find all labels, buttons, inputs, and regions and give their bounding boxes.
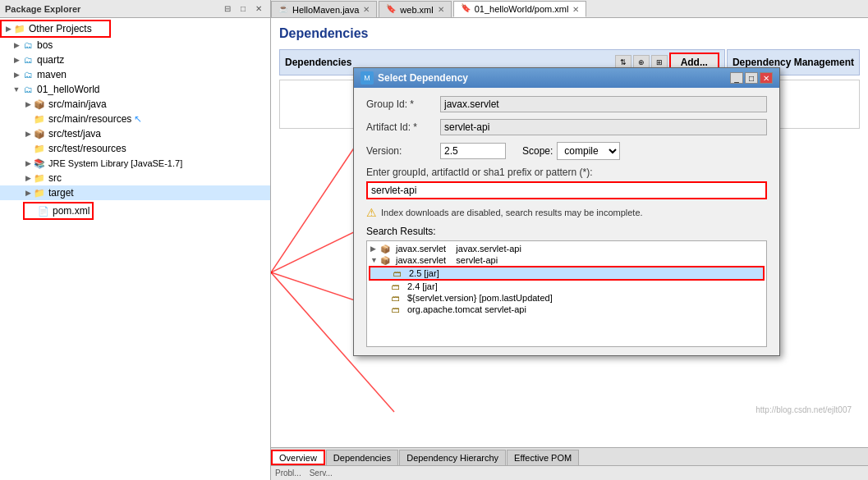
- result-icon-2: 📦: [380, 255, 393, 265]
- tree-label-bos: bos: [37, 39, 53, 51]
- target-icon: 📁: [33, 186, 46, 199]
- status-problems: Probl...: [275, 469, 301, 478]
- tree-arrow-maven: ▶: [11, 70, 21, 80]
- tree-container: ▶ 📁 Other Projects ▶ 🗂 bos ▶ 🗂 quartz ▶ …: [0, 18, 270, 480]
- panel-title: Package Explorer: [5, 4, 80, 14]
- xml-tab-icon-web: 🔖: [386, 4, 397, 16]
- tree-arrow-str: [23, 144, 33, 153]
- tree-arrow-src: ▶: [23, 173, 33, 183]
- tree-item-hello-world[interactable]: ▼ 🗂 01_helloWorld: [0, 82, 270, 97]
- section-title: Dependencies: [279, 26, 860, 41]
- tree-item-bos[interactable]: ▶ 🗂 bos: [0, 38, 270, 53]
- tree-item-src[interactable]: ▶ 📁 src: [0, 171, 270, 185]
- tree-arrow-bos: ▶: [11, 40, 21, 50]
- version-input[interactable]: [440, 143, 506, 159]
- src-folder-icon-smj: 📦: [33, 98, 46, 111]
- tree-item-src-test-resources[interactable]: 📁 src/test/resources: [0, 141, 270, 156]
- dialog-icon: M: [361, 71, 374, 85]
- tree-label-smj: src/main/java: [48, 98, 107, 110]
- tree-label-smr: src/main/resources: [48, 113, 131, 125]
- result-icon-4: 🗃: [392, 281, 405, 291]
- tree-item-pom-xml[interactable]: 📄 pom.xml: [23, 202, 94, 220]
- search-input[interactable]: [366, 181, 767, 199]
- tab-web-xml[interactable]: 🔖 web.xml ✕: [379, 1, 451, 17]
- minimize-icon[interactable]: ⊟: [221, 2, 234, 16]
- tab-label-web: web.xml: [400, 5, 433, 15]
- bottom-tab-overview[interactable]: Overview: [271, 450, 325, 465]
- dialog-content: Group Id: * Artifact Id: * Version: Scop…: [354, 88, 779, 355]
- scope-label: Scope:: [522, 145, 553, 157]
- search-results-label: Search Results:: [366, 226, 767, 237]
- src-folder-icon-smr: 📁: [33, 112, 46, 126]
- tree-item-quartz[interactable]: ▶ 🗂 quartz: [0, 53, 270, 67]
- result-text-5: ${servlet.version} [pom.lastUpdated]: [407, 293, 553, 303]
- bottom-tabs: Overview Dependencies Dependency Hierarc…: [271, 447, 868, 465]
- svg-line-0: [271, 137, 361, 272]
- tab-bar: ☕ HelloMaven.java ✕ 🔖 web.xml ✕ 🔖 01_hel…: [271, 0, 868, 18]
- tab-close-hello[interactable]: ✕: [363, 5, 370, 14]
- version-label: Version:: [366, 145, 440, 157]
- tree-label-str: src/test/resources: [48, 143, 126, 154]
- tree-item-src-main-resources[interactable]: 📁 src/main/resources ↖: [0, 112, 270, 126]
- warning-row: ⚠ Index downloads are disabled, search r…: [366, 206, 767, 219]
- result-item-5[interactable]: 🗃 ${servlet.version} [pom.lastUpdated]: [369, 292, 765, 304]
- version-scope-row: Version: Scope: compile provided runtime…: [366, 142, 767, 160]
- tree-arrow-smr: [23, 114, 33, 124]
- bottom-tab-effective-pom[interactable]: Effective POM: [507, 450, 579, 465]
- dialog-minimize[interactable]: _: [730, 72, 743, 84]
- jre-icon: 📚: [33, 157, 46, 170]
- maximize-icon[interactable]: □: [237, 2, 250, 16]
- result-item-3[interactable]: 🗃 2.5 [jar]: [369, 266, 765, 281]
- tree-label-other-projects: Other Projects: [29, 23, 92, 34]
- folder-icon: 📁: [13, 22, 26, 35]
- tree-arrow-target: ▶: [23, 188, 33, 198]
- bottom-tab-dep-hierarchy[interactable]: Dependency Hierarchy: [399, 450, 506, 465]
- java-tab-icon: ☕: [278, 4, 290, 16]
- editor-area: Dependencies Dependencies ⇅ ⊕ ⊞ Add... D…: [271, 18, 868, 447]
- dep-management-label: Dependency Management: [733, 57, 854, 68]
- search-results-tree[interactable]: ▶ 📦 javax.servlet javax.servlet-api ▼ 📦 …: [366, 240, 767, 347]
- result-item-6[interactable]: 🗃 org.apache.tomcat servlet-api: [369, 304, 765, 315]
- tree-item-jre[interactable]: ▶ 📚 JRE System Library [JavaSE-1.7]: [0, 156, 270, 171]
- bottom-tab-eff-label: Effective POM: [514, 453, 572, 463]
- close-panel-icon[interactable]: ✕: [252, 2, 265, 16]
- tree-item-maven[interactable]: ▶ 🗂 maven: [0, 67, 270, 82]
- group-id-label: Group Id: *: [366, 98, 440, 110]
- tree-arrow-stj: ▶: [23, 129, 33, 139]
- bottom-tab-dependencies[interactable]: Dependencies: [326, 450, 398, 465]
- tree-arrow-pom: [27, 206, 37, 216]
- tree-arrow-other: ▶: [3, 24, 13, 34]
- group-id-input[interactable]: [440, 96, 767, 112]
- tab-hello-maven[interactable]: ☕ HelloMaven.java ✕: [271, 1, 377, 17]
- status-bar: Probl... Serv...: [271, 465, 868, 480]
- result-icon-3: 🗃: [393, 268, 406, 278]
- result-item-1[interactable]: ▶ 📦 javax.servlet javax.servlet-api: [369, 243, 765, 254]
- panel-header: Package Explorer ⊟ □ ✕: [0, 0, 270, 18]
- project-icon-bos: 🗂: [21, 39, 34, 52]
- result-item-2[interactable]: ▼ 📦 javax.servlet servlet-api: [369, 254, 765, 266]
- tab-close-web[interactable]: ✕: [438, 5, 444, 14]
- tree-item-pom-xml-wrapper: 📄 pom.xml: [0, 200, 270, 222]
- result-text-6: org.apache.tomcat servlet-api: [407, 304, 526, 314]
- pom-xml-icon: 📄: [37, 204, 50, 217]
- cursor-icon: ↖: [134, 113, 142, 125]
- tab-close-pom[interactable]: ✕: [572, 5, 579, 14]
- tree-label-quartz: quartz: [37, 54, 64, 66]
- tree-arrow-quartz: ▶: [11, 55, 21, 65]
- tab-pom-xml[interactable]: 🔖 01_helloWorld/pom.xml ✕: [453, 1, 587, 17]
- tree-label-pom: pom.xml: [53, 205, 90, 217]
- tree-item-src-main-java[interactable]: ▶ 📦 src/main/java: [0, 97, 270, 112]
- tree-label-target: target: [48, 187, 74, 199]
- bottom-tab-dep-label: Dependencies: [333, 453, 391, 463]
- dialog-close[interactable]: ✕: [760, 72, 773, 84]
- result-icon-6: 🗃: [392, 304, 405, 314]
- scope-select[interactable]: compile provided runtime test system: [557, 142, 620, 160]
- result-icon-5: 🗃: [392, 293, 405, 303]
- bottom-tab-hier-label: Dependency Hierarchy: [406, 453, 498, 463]
- tree-item-src-test-java[interactable]: ▶ 📦 src/test/java: [0, 126, 270, 141]
- result-item-4[interactable]: 🗃 2.4 [jar]: [369, 281, 765, 292]
- dialog-restore[interactable]: □: [745, 72, 758, 84]
- tree-item-other-projects[interactable]: ▶ 📁 Other Projects: [0, 20, 111, 38]
- artifact-id-input[interactable]: [440, 119, 767, 135]
- tree-item-target[interactable]: ▶ 📁 target: [0, 185, 270, 200]
